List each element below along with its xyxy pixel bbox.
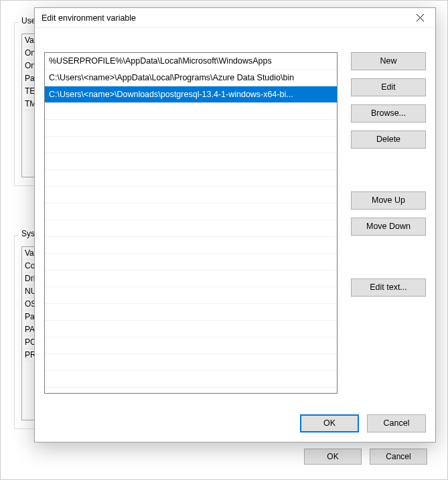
path-entry-empty[interactable]: . — [45, 137, 337, 153]
path-entry-empty[interactable]: . — [45, 170, 337, 187]
path-entry-empty[interactable]: . — [45, 254, 337, 270]
dialog-side-buttons: New Edit Browse... Delete Move Up Move D… — [351, 52, 426, 297]
path-entry-empty[interactable]: . — [45, 204, 337, 220]
close-icon — [417, 12, 424, 24]
cancel-button[interactable]: Cancel — [367, 414, 426, 432]
path-entry-empty[interactable]: . — [45, 337, 337, 354]
dialog-bottom-buttons: OK Cancel — [300, 414, 426, 432]
delete-button[interactable]: Delete — [351, 131, 426, 149]
path-entry-empty[interactable]: . — [45, 187, 337, 204]
ok-button[interactable]: OK — [304, 449, 362, 465]
move-down-button[interactable]: Move Down — [351, 218, 426, 236]
new-button[interactable]: New — [351, 52, 426, 70]
path-entry-empty[interactable]: . — [45, 103, 337, 120]
path-entry[interactable]: %USERPROFILE%\AppData\Local\Microsoft\Wi… — [45, 53, 337, 70]
path-entry-empty[interactable]: . — [45, 321, 337, 337]
path-entry[interactable]: C:\Users\<name>\AppData\Local\Programs\A… — [45, 70, 337, 86]
path-entries-list[interactable]: %USERPROFILE%\AppData\Local\Microsoft\Wi… — [44, 52, 338, 394]
path-entry-empty[interactable]: . — [45, 237, 337, 254]
path-entry-empty[interactable]: . — [45, 270, 337, 287]
browse-button[interactable]: Browse... — [351, 104, 426, 123]
path-entry-empty[interactable]: . — [45, 220, 337, 237]
path-entry-empty[interactable]: . — [45, 354, 337, 371]
env-window-buttons: OK Cancel — [304, 449, 427, 465]
edit-text-button[interactable]: Edit text... — [351, 278, 426, 297]
path-entry-selected[interactable]: C:\Users\<name>\Downloads\postgresql-13.… — [45, 86, 337, 103]
edit-environment-variable-dialog: Edit environment variable %USERPROFILE%\… — [34, 7, 436, 443]
ok-button[interactable]: OK — [300, 414, 359, 432]
path-entry-empty[interactable]: . — [45, 153, 337, 170]
dialog-body: %USERPROFILE%\AppData\Local\Microsoft\Wi… — [44, 37, 426, 432]
path-entry-empty[interactable]: . — [45, 120, 337, 137]
cancel-button[interactable]: Cancel — [370, 449, 427, 465]
path-entry-empty[interactable]: . — [45, 304, 337, 321]
dialog-title: Edit environment variable — [35, 8, 435, 28]
path-entry-empty[interactable]: . — [45, 287, 337, 304]
move-up-button[interactable]: Move Up — [351, 191, 426, 210]
close-button[interactable] — [405, 8, 435, 28]
path-entry-empty[interactable]: . — [45, 371, 337, 388]
edit-button[interactable]: Edit — [351, 78, 426, 96]
